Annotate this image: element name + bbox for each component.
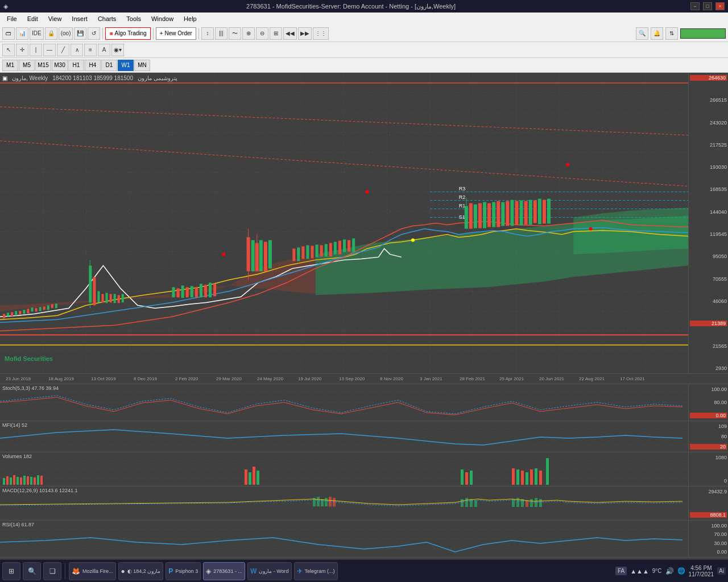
tf-m30[interactable]: M30	[52, 60, 68, 71]
svg-rect-133	[0, 421, 688, 452]
taskbar-word[interactable]: W مارون - Word	[247, 562, 292, 580]
svg-rect-164	[526, 472, 528, 485]
svg-rect-69	[118, 295, 120, 303]
maximize-button[interactable]: □	[703, 2, 712, 10]
svg-rect-90	[292, 248, 295, 261]
taskbar-chrome[interactable]: ● ◐ 184,2 مارون	[118, 562, 164, 580]
svg-rect-121	[538, 199, 541, 225]
price-top-highlight: 264630	[690, 75, 727, 81]
new-order-button[interactable]: + New Order	[156, 27, 196, 40]
main-toolbar: 🗃 📊 IDE 🔒 (oo) 💾 ↺ ■ Algo Trading + New …	[0, 25, 728, 42]
menu-tools[interactable]: Tools	[122, 14, 146, 23]
menu-view[interactable]: View	[44, 14, 67, 23]
price-46060: 46060	[690, 298, 727, 304]
svg-rect-122	[543, 200, 546, 224]
date-9: 8 Nov 2020	[380, 376, 403, 381]
svg-rect-159	[465, 472, 468, 485]
svg-rect-64	[97, 291, 100, 302]
equidistant-btn[interactable]: ≡	[84, 44, 97, 56]
period-sep-btn[interactable]: ⋮⋮	[313, 27, 329, 40]
tf-mn[interactable]: MN	[134, 60, 150, 71]
menu-file[interactable]: File	[2, 14, 22, 23]
menu-edit[interactable]: Edit	[23, 14, 43, 23]
ohlc-btn[interactable]: |||	[215, 27, 228, 40]
new-chart-button[interactable]: 🗃	[2, 27, 15, 40]
menu-window[interactable]: Window	[147, 14, 178, 23]
menu-insert[interactable]: Insert	[67, 14, 92, 23]
main-chart-container[interactable]: ▣ مارون, Weekly 184200 181103 185999 181…	[0, 73, 728, 374]
taskview-button[interactable]: ❑	[43, 562, 61, 580]
tf-d1[interactable]: D1	[101, 60, 117, 71]
scroll-right-btn[interactable]: ▶▶	[298, 27, 312, 40]
tf-m1[interactable]: M1	[2, 60, 18, 71]
search-btn[interactable]: 🔍	[636, 27, 648, 40]
svg-rect-129	[0, 384, 688, 421]
polyline-btn[interactable]: ∧	[71, 44, 83, 56]
tf-w1[interactable]: W1	[118, 60, 134, 71]
vline-btn[interactable]: |	[30, 44, 42, 56]
minimize-button[interactable]: −	[690, 2, 700, 10]
svg-rect-81	[247, 237, 250, 271]
svg-rect-154	[249, 472, 251, 485]
chart-svg: R3 R2 R1 S1	[0, 73, 688, 373]
price-bottom-highlight: 21389	[690, 321, 727, 326]
tf-m15[interactable]: M15	[35, 60, 51, 71]
taskbar-firefox[interactable]: 🦊 Mozilla Fire...	[69, 562, 116, 580]
tf-m5[interactable]: M5	[19, 60, 35, 71]
text-btn[interactable]: A	[98, 44, 110, 56]
date-14: 22 Aug 2021	[579, 376, 605, 381]
price-arrow-btn[interactable]: ↕	[201, 27, 214, 40]
date-8: 13 Sep 2020	[339, 376, 365, 381]
chart-symbol-tf: مارون, Weekly	[12, 75, 48, 81]
svg-rect-63	[93, 277, 96, 305]
grid-btn[interactable]: ⊞	[270, 27, 282, 40]
svg-rect-80	[213, 284, 216, 296]
alert-btn[interactable]: 🔔	[651, 27, 663, 40]
shapes-btn[interactable]: ◉▾	[111, 44, 124, 56]
refresh-btn[interactable]: ↺	[88, 27, 100, 40]
svg-rect-178	[470, 499, 473, 507]
menu-help[interactable]: Help	[179, 14, 201, 23]
indicator-btn[interactable]: (oo)	[59, 27, 73, 40]
ide-btn[interactable]: IDE	[30, 27, 44, 40]
taskbar-telegram[interactable]: ✈ Telegram (...)	[294, 562, 338, 580]
close-button[interactable]: ×	[715, 2, 725, 10]
template-btn[interactable]: 💾	[74, 27, 86, 40]
svg-rect-109	[483, 202, 486, 228]
lock-btn[interactable]: 🔒	[45, 27, 57, 40]
chrome-icon: ●	[121, 567, 125, 575]
macd-low: 8808.1	[690, 512, 727, 518]
taskbar-mt4[interactable]: ◈ 2783631 - ...	[203, 562, 245, 580]
zoom-in-btn[interactable]: ⊕	[242, 27, 255, 40]
svg-point-127	[411, 238, 415, 242]
svg-text:S1: S1	[459, 214, 465, 220]
cursor-btn[interactable]: ↖	[2, 44, 15, 56]
scroll-left-btn[interactable]: ◀◀	[283, 27, 297, 40]
date-6: 24 May 2020	[257, 376, 283, 381]
svg-rect-75	[191, 286, 193, 297]
taskbar-temp: 9°C	[652, 568, 662, 574]
svg-rect-145	[16, 477, 19, 485]
date-5: 29 Mar 2020	[216, 376, 242, 381]
svg-rect-108	[478, 203, 482, 228]
hline-btn[interactable]: —	[43, 44, 56, 56]
svg-rect-76	[195, 287, 198, 297]
wave-btn[interactable]: 〜	[229, 27, 241, 40]
start-button[interactable]: ⊞	[2, 562, 20, 580]
menu-charts[interactable]: Charts	[93, 14, 121, 23]
search-taskbar-button[interactable]: 🔍	[23, 562, 41, 580]
tf-h1[interactable]: H1	[68, 60, 84, 71]
svg-rect-151	[37, 475, 39, 485]
crosshair-btn[interactable]: ✛	[16, 44, 28, 56]
taskbar-psiphon[interactable]: P Psiphon 3	[166, 562, 201, 580]
volumes-panel: Volumes 182 1080 0	[0, 452, 728, 487]
chart-type-btn[interactable]: 📊	[16, 27, 28, 40]
zoom-out-btn[interactable]: ⊖	[256, 27, 268, 40]
trendline-btn[interactable]: ╱	[57, 44, 69, 56]
svg-rect-79	[209, 282, 212, 297]
algo-trading-button[interactable]: ■ Algo Trading	[105, 27, 150, 40]
svg-rect-52	[27, 309, 29, 313]
tf-h4[interactable]: H4	[85, 60, 101, 71]
taskbar-right: FA ▲▲▲ 9°C 🔊 🌐 4:56 PM 11/7/2021 Ai	[615, 565, 726, 577]
trade-btn[interactable]: ⇅	[665, 27, 678, 40]
